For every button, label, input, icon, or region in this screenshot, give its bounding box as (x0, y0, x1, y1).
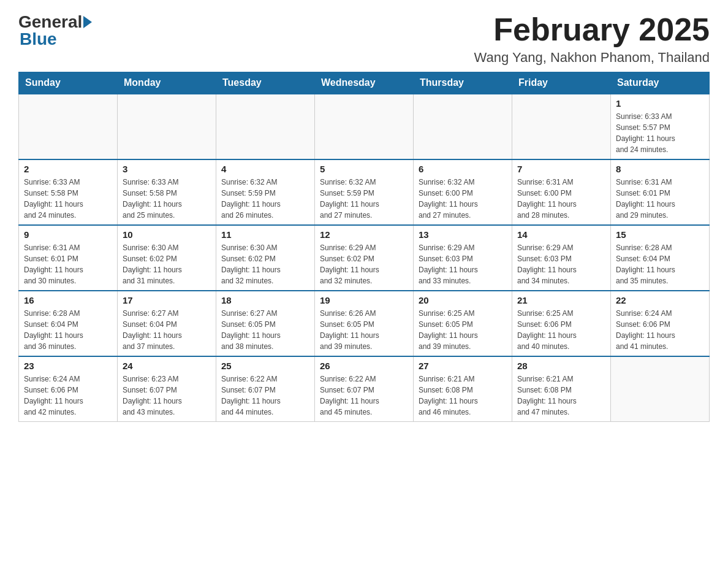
calendar-cell (118, 94, 216, 159)
day-info: Sunrise: 6:28 AMSunset: 6:04 PMDaylight:… (24, 308, 112, 352)
day-info: Sunrise: 6:30 AMSunset: 6:02 PMDaylight:… (221, 242, 309, 286)
calendar-cell: 14Sunrise: 6:29 AMSunset: 6:03 PMDayligh… (512, 225, 611, 291)
calendar-cell: 5Sunrise: 6:32 AMSunset: 5:59 PMDaylight… (315, 159, 414, 225)
calendar-cell: 15Sunrise: 6:28 AMSunset: 6:04 PMDayligh… (611, 225, 710, 291)
calendar-cell: 4Sunrise: 6:32 AMSunset: 5:59 PMDaylight… (216, 159, 315, 225)
day-number: 8 (616, 164, 704, 174)
calendar-cell: 22Sunrise: 6:24 AMSunset: 6:06 PMDayligh… (611, 291, 710, 356)
day-number: 5 (320, 164, 408, 174)
col-wednesday: Wednesday (315, 72, 414, 94)
col-friday: Friday (512, 72, 611, 94)
calendar-cell: 23Sunrise: 6:24 AMSunset: 6:06 PMDayligh… (19, 356, 118, 422)
calendar-cell (512, 94, 611, 159)
day-number: 22 (616, 295, 704, 305)
day-info: Sunrise: 6:32 AMSunset: 5:59 PMDaylight:… (320, 177, 408, 221)
day-info: Sunrise: 6:32 AMSunset: 5:59 PMDaylight:… (221, 177, 309, 221)
title-area: February 2025 Wang Yang, Nakhon Phanom, … (474, 12, 710, 66)
day-number: 3 (123, 164, 211, 174)
calendar-table: Sunday Monday Tuesday Wednesday Thursday… (18, 72, 710, 422)
calendar-title: February 2025 (474, 12, 710, 47)
col-sunday: Sunday (19, 72, 118, 94)
day-info: Sunrise: 6:31 AMSunset: 6:01 PMDaylight:… (24, 242, 112, 286)
day-number: 28 (517, 361, 605, 371)
calendar-cell: 24Sunrise: 6:23 AMSunset: 6:07 PMDayligh… (118, 356, 216, 422)
calendar-cell (19, 94, 118, 159)
day-info: Sunrise: 6:22 AMSunset: 6:07 PMDaylight:… (320, 373, 408, 418)
calendar-cell (315, 94, 414, 159)
day-number: 14 (517, 229, 605, 240)
logo: General Blue (18, 12, 93, 49)
day-info: Sunrise: 6:33 AMSunset: 5:58 PMDaylight:… (123, 177, 211, 221)
calendar-cell: 27Sunrise: 6:21 AMSunset: 6:08 PMDayligh… (414, 356, 512, 422)
day-info: Sunrise: 6:24 AMSunset: 6:06 PMDaylight:… (616, 308, 704, 352)
calendar-header-row: Sunday Monday Tuesday Wednesday Thursday… (19, 72, 710, 94)
day-info: Sunrise: 6:32 AMSunset: 6:00 PMDaylight:… (419, 177, 507, 221)
page-header: General Blue February 2025 Wang Yang, Na… (18, 12, 710, 66)
calendar-cell: 28Sunrise: 6:21 AMSunset: 6:08 PMDayligh… (512, 356, 611, 422)
calendar-cell: 17Sunrise: 6:27 AMSunset: 6:04 PMDayligh… (118, 291, 216, 356)
calendar-cell: 7Sunrise: 6:31 AMSunset: 6:00 PMDaylight… (512, 159, 611, 225)
day-info: Sunrise: 6:29 AMSunset: 6:02 PMDaylight:… (320, 242, 408, 286)
day-number: 18 (221, 295, 309, 305)
day-number: 26 (320, 361, 408, 371)
calendar-subtitle: Wang Yang, Nakhon Phanom, Thailand (474, 50, 710, 66)
calendar-cell (611, 356, 710, 422)
day-info: Sunrise: 6:33 AMSunset: 5:58 PMDaylight:… (24, 177, 112, 221)
day-number: 16 (24, 295, 112, 305)
week-row-1: 1Sunrise: 6:33 AMSunset: 5:57 PMDaylight… (19, 94, 710, 159)
day-number: 13 (419, 229, 507, 240)
day-number: 2 (24, 164, 112, 174)
calendar-cell: 26Sunrise: 6:22 AMSunset: 6:07 PMDayligh… (315, 356, 414, 422)
calendar-cell: 19Sunrise: 6:26 AMSunset: 6:05 PMDayligh… (315, 291, 414, 356)
calendar-cell: 9Sunrise: 6:31 AMSunset: 6:01 PMDaylight… (19, 225, 118, 291)
day-number: 20 (419, 295, 507, 305)
day-info: Sunrise: 6:21 AMSunset: 6:08 PMDaylight:… (517, 373, 605, 418)
day-info: Sunrise: 6:23 AMSunset: 6:07 PMDaylight:… (123, 373, 211, 418)
week-row-2: 2Sunrise: 6:33 AMSunset: 5:58 PMDaylight… (19, 159, 710, 225)
col-saturday: Saturday (611, 72, 710, 94)
calendar-cell (216, 94, 315, 159)
day-number: 10 (123, 229, 211, 240)
day-info: Sunrise: 6:29 AMSunset: 6:03 PMDaylight:… (517, 242, 605, 286)
calendar-cell: 18Sunrise: 6:27 AMSunset: 6:05 PMDayligh… (216, 291, 315, 356)
calendar-cell (414, 94, 512, 159)
day-number: 7 (517, 164, 605, 174)
col-tuesday: Tuesday (216, 72, 315, 94)
day-info: Sunrise: 6:22 AMSunset: 6:07 PMDaylight:… (221, 373, 309, 418)
calendar-cell: 20Sunrise: 6:25 AMSunset: 6:05 PMDayligh… (414, 291, 512, 356)
calendar-cell: 11Sunrise: 6:30 AMSunset: 6:02 PMDayligh… (216, 225, 315, 291)
calendar-cell: 10Sunrise: 6:30 AMSunset: 6:02 PMDayligh… (118, 225, 216, 291)
col-monday: Monday (118, 72, 216, 94)
day-info: Sunrise: 6:33 AMSunset: 5:57 PMDaylight:… (616, 111, 704, 155)
day-info: Sunrise: 6:25 AMSunset: 6:05 PMDaylight:… (419, 308, 507, 352)
week-row-5: 23Sunrise: 6:24 AMSunset: 6:06 PMDayligh… (19, 356, 710, 422)
calendar-cell: 8Sunrise: 6:31 AMSunset: 6:01 PMDaylight… (611, 159, 710, 225)
day-info: Sunrise: 6:27 AMSunset: 6:04 PMDaylight:… (123, 308, 211, 352)
day-number: 6 (419, 164, 507, 174)
calendar-cell: 3Sunrise: 6:33 AMSunset: 5:58 PMDaylight… (118, 159, 216, 225)
day-info: Sunrise: 6:28 AMSunset: 6:04 PMDaylight:… (616, 242, 704, 286)
day-info: Sunrise: 6:30 AMSunset: 6:02 PMDaylight:… (123, 242, 211, 286)
day-info: Sunrise: 6:31 AMSunset: 6:01 PMDaylight:… (616, 177, 704, 221)
calendar-cell: 21Sunrise: 6:25 AMSunset: 6:06 PMDayligh… (512, 291, 611, 356)
day-info: Sunrise: 6:21 AMSunset: 6:08 PMDaylight:… (419, 373, 507, 418)
day-info: Sunrise: 6:29 AMSunset: 6:03 PMDaylight:… (419, 242, 507, 286)
calendar-cell: 13Sunrise: 6:29 AMSunset: 6:03 PMDayligh… (414, 225, 512, 291)
day-number: 19 (320, 295, 408, 305)
day-number: 21 (517, 295, 605, 305)
day-number: 12 (320, 229, 408, 240)
day-number: 9 (24, 229, 112, 240)
day-info: Sunrise: 6:26 AMSunset: 6:05 PMDaylight:… (320, 308, 408, 352)
calendar-cell: 12Sunrise: 6:29 AMSunset: 6:02 PMDayligh… (315, 225, 414, 291)
calendar-cell: 1Sunrise: 6:33 AMSunset: 5:57 PMDaylight… (611, 94, 710, 159)
logo-blue-text: Blue (20, 29, 57, 48)
day-number: 15 (616, 229, 704, 240)
col-thursday: Thursday (414, 72, 512, 94)
day-number: 23 (24, 361, 112, 371)
day-info: Sunrise: 6:27 AMSunset: 6:05 PMDaylight:… (221, 308, 309, 352)
week-row-3: 9Sunrise: 6:31 AMSunset: 6:01 PMDaylight… (19, 225, 710, 291)
day-number: 1 (616, 98, 704, 109)
day-info: Sunrise: 6:24 AMSunset: 6:06 PMDaylight:… (24, 373, 112, 418)
day-number: 4 (221, 164, 309, 174)
calendar-cell: 16Sunrise: 6:28 AMSunset: 6:04 PMDayligh… (19, 291, 118, 356)
